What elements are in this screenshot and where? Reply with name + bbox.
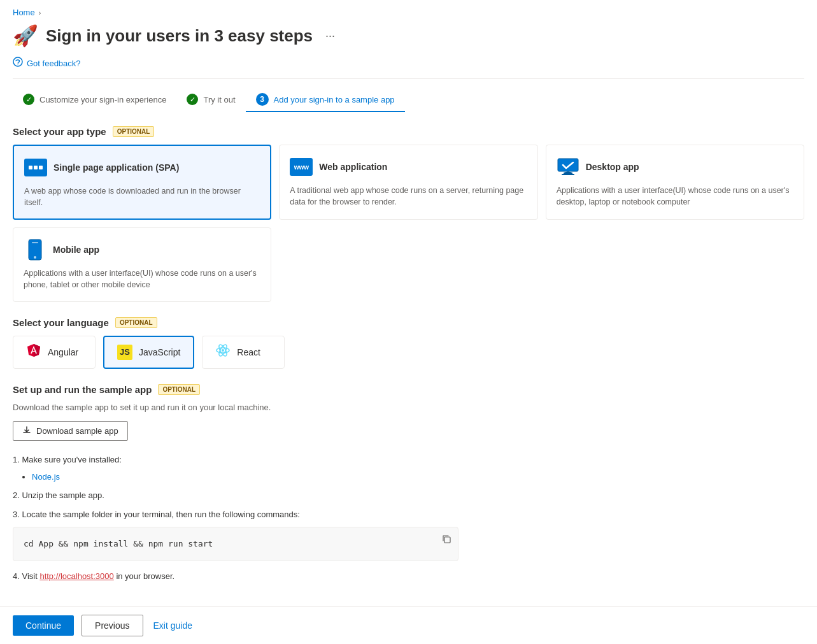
app-card-desktop[interactable]: Desktop app Applications with a user int… (546, 145, 804, 220)
angular-icon (26, 343, 41, 362)
app-card-mobile-header: Mobile app (24, 238, 260, 261)
step-3-number: 3 (256, 93, 269, 106)
app-card-desktop-title: Desktop app (586, 162, 639, 172)
bottom-bar: Continue Previous Exit guide (0, 606, 817, 644)
app-card-web-header: www Web application (290, 155, 527, 178)
app-card-mobile-title: Mobile app (53, 245, 99, 255)
breadcrumb-home[interactable]: Home (13, 8, 35, 17)
app-type-optional-badge: OPTIONAL (113, 126, 155, 137)
nodejs-link[interactable]: Node.js (32, 472, 60, 482)
lang-card-react[interactable]: React (202, 336, 285, 369)
step-1-check: ✓ (23, 94, 34, 105)
lang-javascript-label: JavaScript (139, 347, 180, 357)
placeholder-2 (546, 227, 804, 301)
download-sample-app-button[interactable]: Download sample app (13, 421, 128, 441)
setup-title: Set up and run the sample app (13, 384, 152, 395)
svg-point-1 (17, 64, 18, 65)
feedback-icon (13, 57, 23, 69)
step-2-try[interactable]: ✓ Try it out (176, 89, 245, 111)
lang-angular-label: Angular (48, 347, 78, 357)
svg-rect-2 (558, 159, 578, 171)
more-options-button[interactable]: ··· (320, 27, 340, 45)
app-card-spa[interactable]: Single page application (SPA) A web app … (13, 145, 271, 220)
exit-guide-button[interactable]: Exit guide (151, 615, 195, 636)
app-type-heading: Select your app type OPTIONAL (13, 126, 804, 137)
rocket-emoji: 🚀 (13, 24, 38, 48)
svg-rect-17 (444, 537, 450, 543)
instruction-4: 4. Visit http://localhost:3000 in your b… (13, 569, 804, 583)
previous-button[interactable]: Previous (82, 615, 143, 636)
copy-code-button[interactable] (441, 534, 451, 547)
app-card-mobile[interactable]: Mobile app Applications with a user inte… (13, 227, 271, 301)
breadcrumb-separator: › (39, 9, 41, 17)
svg-point-16 (222, 349, 224, 352)
spa-icon (24, 156, 47, 179)
instruction-3: 3. Locate the sample folder in your term… (13, 507, 804, 562)
step-2-check: ✓ (187, 94, 198, 105)
app-card-web[interactable]: www Web application A traditional web ap… (279, 145, 537, 220)
language-cards: Angular JS JavaScript React (13, 336, 804, 369)
setup-optional-badge: OPTIONAL (158, 384, 200, 395)
breadcrumb: Home › (13, 8, 804, 17)
language-heading: Select your language OPTIONAL (13, 317, 804, 328)
desktop-icon (557, 155, 579, 178)
visit-suffix: in your browser. (114, 571, 174, 581)
language-optional-badge: OPTIONAL (115, 317, 157, 328)
react-icon (215, 343, 231, 362)
feedback-link[interactable]: Got feedback? (27, 59, 81, 68)
app-card-spa-title: Single page application (SPA) (53, 162, 179, 173)
svg-point-7 (34, 256, 36, 259)
localhost-link[interactable]: http://localhost:3000 (39, 571, 113, 581)
setup-section: Set up and run the sample app OPTIONAL D… (13, 384, 804, 584)
app-card-desktop-header: Desktop app (557, 155, 793, 178)
steps-progress-bar: ✓ Customize your sign-in experience ✓ Tr… (13, 88, 804, 112)
webapp-icon: www (290, 155, 313, 178)
code-block: cd App && npm install && npm run start (13, 527, 458, 561)
app-card-web-title: Web application (319, 162, 387, 172)
instruction-1-text: Make sure you've installed: (22, 455, 121, 464)
step-3-label: Add your sign-in to a sample app (274, 95, 395, 104)
app-card-mobile-desc: Applications with a user interface(UI) w… (24, 268, 260, 290)
page-title: Sign in your users in 3 easy steps (46, 26, 313, 46)
javascript-icon: JS (117, 345, 132, 360)
instruction-3-text: Locate the sample folder in your termina… (22, 510, 299, 519)
svg-rect-8 (32, 242, 38, 243)
placeholder-1 (279, 227, 537, 301)
step-2-label: Try it out (203, 95, 235, 104)
app-card-spa-desc: A web app whose code is downloaded and r… (24, 185, 260, 208)
language-title: Select your language (13, 317, 109, 328)
lang-react-label: React (237, 347, 260, 357)
app-card-spa-header: Single page application (SPA) (24, 156, 260, 179)
app-type-cards-row1: Single page application (SPA) A web app … (13, 145, 804, 220)
feedback-row: Got feedback? (13, 57, 804, 79)
instruction-2: 2. Unzip the sample app. (13, 488, 804, 503)
page-title-row: 🚀 Sign in your users in 3 easy steps ··· (13, 24, 804, 48)
instruction-2-text: Unzip the sample app. (22, 490, 104, 500)
step-1-label: Customize your sign-in experience (39, 95, 166, 104)
app-card-web-desc: A traditional web app whose code runs on… (290, 185, 527, 208)
setup-instructions: 1. Make sure you've installed: Node.js 2… (13, 452, 804, 584)
download-icon (22, 426, 31, 436)
continue-button[interactable]: Continue (13, 615, 74, 636)
download-btn-label: Download sample app (36, 426, 118, 436)
app-type-title: Select your app type (13, 126, 106, 137)
instruction-1: 1. Make sure you've installed: Node.js (13, 452, 804, 485)
svg-rect-4 (562, 174, 574, 175)
setup-description: Download the sample app to set it up and… (13, 403, 804, 412)
app-type-cards-row2: Mobile app Applications with a user inte… (13, 227, 804, 301)
lang-card-angular[interactable]: Angular (13, 336, 96, 369)
mobile-icon (24, 238, 46, 261)
visit-prefix: Visit (22, 571, 39, 581)
svg-point-0 (13, 57, 22, 66)
step-1-customize[interactable]: ✓ Customize your sign-in experience (13, 89, 176, 111)
app-card-desktop-desc: Applications with a user interface(UI) w… (557, 185, 793, 208)
lang-card-javascript[interactable]: JS JavaScript (103, 336, 194, 369)
setup-heading: Set up and run the sample app OPTIONAL (13, 384, 804, 395)
step-3-sample[interactable]: 3 Add your sign-in to a sample app (246, 88, 405, 112)
code-command: cd App && npm install && npm run start (24, 539, 213, 548)
